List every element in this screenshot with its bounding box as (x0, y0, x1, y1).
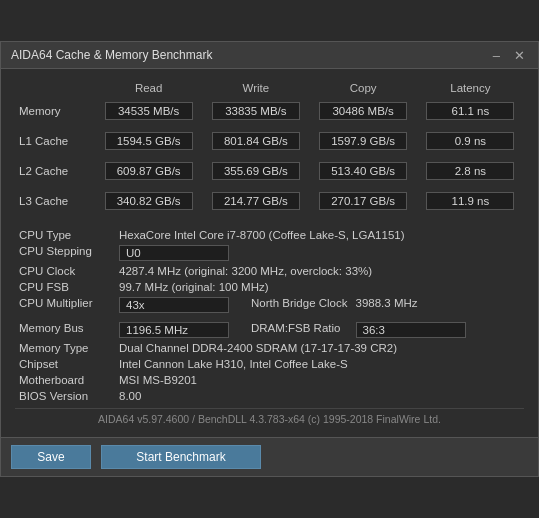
info-row-cpu-stepping: CPU Stepping U0 (15, 243, 524, 263)
bios-value: 8.00 (115, 388, 524, 404)
l2-copy-cell: 513.40 GB/s (310, 159, 417, 183)
l2-copy-value: 513.40 GB/s (319, 162, 407, 180)
table-row: L2 Cache 609.87 GB/s 355.69 GB/s 513.40 … (15, 159, 524, 183)
cpu-clock-value: 4287.4 MHz (original: 3200 MHz, overcloc… (115, 263, 524, 279)
save-button[interactable]: Save (11, 445, 91, 469)
cpu-type-label: CPU Type (15, 227, 115, 243)
memory-read-cell: 34535 MB/s (95, 99, 202, 123)
footer-note: AIDA64 v5.97.4600 / BenchDLL 4.3.783-x64… (15, 408, 524, 431)
l1-write-value: 801.84 GB/s (212, 132, 300, 150)
info-row-bios: BIOS Version 8.00 (15, 388, 524, 404)
row-label-memory: Memory (15, 99, 95, 123)
cpu-fsb-label: CPU FSB (15, 279, 115, 295)
motherboard-value: MSI MS-B9201 (115, 372, 524, 388)
l1-latency-value: 0.9 ns (426, 132, 514, 150)
row-label-l2: L2 Cache (15, 159, 95, 183)
l2-write-cell: 355.69 GB/s (202, 159, 309, 183)
window-title: AIDA64 Cache & Memory Benchmark (11, 48, 212, 62)
cpu-multiplier-value: 43x (119, 297, 229, 313)
l1-copy-value: 1597.9 GB/s (319, 132, 407, 150)
memory-latency-value: 61.1 ns (426, 102, 514, 120)
l1-write-cell: 801.84 GB/s (202, 129, 309, 153)
titlebar: AIDA64 Cache & Memory Benchmark – ✕ (1, 42, 538, 69)
info-row-chipset: Chipset Intel Cannon Lake H310, Intel Co… (15, 356, 524, 372)
main-window: AIDA64 Cache & Memory Benchmark – ✕ Read… (0, 41, 539, 477)
info-row-cpu-clock: CPU Clock 4287.4 MHz (original: 3200 MHz… (15, 263, 524, 279)
chipset-value: Intel Cannon Lake H310, Intel Coffee Lak… (115, 356, 524, 372)
col-header-latency: Latency (417, 79, 524, 99)
l3-write-cell: 214.77 GB/s (202, 189, 309, 213)
col-header-read: Read (95, 79, 202, 99)
l2-latency-cell: 2.8 ns (417, 159, 524, 183)
l3-copy-cell: 270.17 GB/s (310, 189, 417, 213)
info-row-cpu-type: CPU Type HexaCore Intel Core i7-8700 (Co… (15, 227, 524, 243)
close-button[interactable]: ✕ (511, 49, 528, 62)
col-header-copy: Copy (310, 79, 417, 99)
info-row-cpu-multiplier: CPU Multiplier 43x North Bridge Clock 39… (15, 295, 524, 315)
memory-type-label: Memory Type (15, 340, 115, 356)
table-row: L1 Cache 1594.5 GB/s 801.84 GB/s 1597.9 … (15, 129, 524, 153)
l1-read-value: 1594.5 GB/s (105, 132, 193, 150)
titlebar-controls: – ✕ (490, 49, 528, 62)
l2-read-cell: 609.87 GB/s (95, 159, 202, 183)
col-header-label (15, 79, 95, 99)
row-label-l1: L1 Cache (15, 129, 95, 153)
l3-read-cell: 340.82 GB/s (95, 189, 202, 213)
north-bridge-clock-value: 3988.3 MHz (352, 295, 524, 315)
l2-latency-value: 2.8 ns (426, 162, 514, 180)
cpu-fsb-value: 99.7 MHz (original: 100 MHz) (115, 279, 524, 295)
table-row: L3 Cache 340.82 GB/s 214.77 GB/s 270.17 … (15, 189, 524, 213)
benchmark-table: Read Write Copy Latency Memory 34535 MB/… (15, 79, 524, 213)
dram-fsb-ratio-label: DRAM:FSB Ratio (235, 320, 352, 340)
cpu-type-value: HexaCore Intel Core i7-8700 (Coffee Lake… (115, 227, 524, 243)
info-row-memory-type: Memory Type Dual Channel DDR4-2400 SDRAM… (15, 340, 524, 356)
l3-latency-value: 11.9 ns (426, 192, 514, 210)
l1-latency-cell: 0.9 ns (417, 129, 524, 153)
bottom-bar: Save Start Benchmark (1, 437, 538, 476)
cpu-stepping-value: U0 (119, 245, 229, 261)
start-benchmark-button[interactable]: Start Benchmark (101, 445, 261, 469)
cpu-stepping-label: CPU Stepping (15, 243, 115, 263)
motherboard-label: Motherboard (15, 372, 115, 388)
col-header-write: Write (202, 79, 309, 99)
memory-bus-label: Memory Bus (15, 320, 115, 340)
info-row-memory-bus: Memory Bus 1196.5 MHz DRAM:FSB Ratio 36:… (15, 320, 524, 340)
memory-bus-value: 1196.5 MHz (119, 322, 229, 338)
minimize-button[interactable]: – (490, 49, 503, 62)
memory-write-value: 33835 MB/s (212, 102, 300, 120)
memory-latency-cell: 61.1 ns (417, 99, 524, 123)
chipset-label: Chipset (15, 356, 115, 372)
dram-fsb-ratio-value: 36:3 (356, 322, 466, 338)
memory-copy-cell: 30486 MB/s (310, 99, 417, 123)
info-row-cpu-fsb: CPU FSB 99.7 MHz (original: 100 MHz) (15, 279, 524, 295)
content-area: Read Write Copy Latency Memory 34535 MB/… (1, 69, 538, 437)
info-row-motherboard: Motherboard MSI MS-B9201 (15, 372, 524, 388)
l2-read-value: 609.87 GB/s (105, 162, 193, 180)
info-section: CPU Type HexaCore Intel Core i7-8700 (Co… (15, 227, 524, 404)
memory-copy-value: 30486 MB/s (319, 102, 407, 120)
row-label-l3: L3 Cache (15, 189, 95, 213)
l3-copy-value: 270.17 GB/s (319, 192, 407, 210)
l3-latency-cell: 11.9 ns (417, 189, 524, 213)
l1-read-cell: 1594.5 GB/s (95, 129, 202, 153)
table-row: Memory 34535 MB/s 33835 MB/s 30486 MB/s … (15, 99, 524, 123)
memory-type-value: Dual Channel DDR4-2400 SDRAM (17-17-17-3… (115, 340, 524, 356)
north-bridge-clock-label: North Bridge Clock (235, 295, 352, 315)
l3-read-value: 340.82 GB/s (105, 192, 193, 210)
cpu-clock-label: CPU Clock (15, 263, 115, 279)
memory-read-value: 34535 MB/s (105, 102, 193, 120)
l1-copy-cell: 1597.9 GB/s (310, 129, 417, 153)
l3-write-value: 214.77 GB/s (212, 192, 300, 210)
bios-label: BIOS Version (15, 388, 115, 404)
memory-write-cell: 33835 MB/s (202, 99, 309, 123)
cpu-multiplier-label: CPU Multiplier (15, 295, 115, 315)
l2-write-value: 355.69 GB/s (212, 162, 300, 180)
